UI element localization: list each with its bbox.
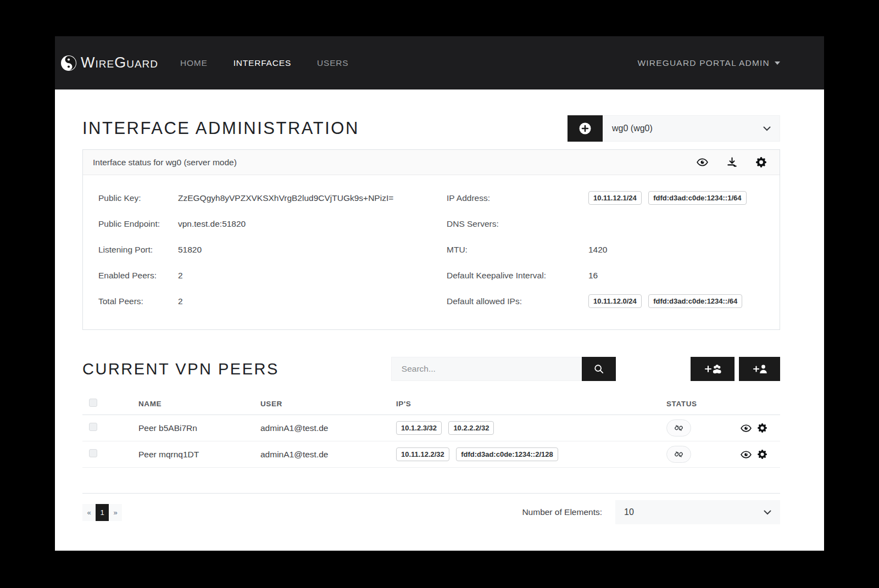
field-label: Total Peers: (98, 295, 178, 307)
peer-settings-button[interactable] (758, 423, 767, 433)
eye-icon (741, 450, 752, 459)
field-enabled-peers: Enabled Peers: 2 (98, 262, 418, 288)
navbar: WireGuard HOME INTERFACES USERS WIREGUAR… (55, 36, 824, 89)
page-size-value: 10 (624, 507, 634, 517)
page-size-group: Number of Elements: 10 (522, 500, 780, 524)
brand-name: WireGuard (81, 54, 158, 71)
card-body: Public Key: ZzEGQgyh8yVPZXVKSXhVrgB2lud9… (83, 175, 780, 329)
field-label: MTU: (447, 243, 588, 256)
field-value: 1420 (588, 245, 766, 255)
brand[interactable]: WireGuard (60, 54, 158, 71)
status-fields-right: IP Address: 10.11.12.1/24 fdfd:d3ad:c0de… (431, 185, 780, 314)
nav-links: HOME INTERFACES USERS (180, 58, 348, 68)
wireguard-logo-icon (60, 55, 77, 71)
gear-icon (758, 423, 767, 433)
field-value: vpn.test.de:51820 (178, 219, 418, 229)
gear-icon (756, 157, 766, 167)
pagination-page-1[interactable]: 1 (96, 504, 109, 521)
search-button[interactable] (582, 357, 616, 381)
ip-badge: fdfd:d3ad:c0de:1234::/64 (648, 294, 742, 308)
search-group (391, 357, 616, 381)
field-total-peers: Total Peers: 2 (98, 288, 418, 314)
nav-item-home[interactable]: HOME (180, 58, 208, 68)
peer-view-button[interactable] (741, 423, 752, 433)
peers-table: NAME USER IP'S STATUS Peer b5ABi7Rn admi… (82, 395, 780, 494)
ip-badge: 10.11.12.0/24 (588, 294, 642, 308)
interface-settings-button[interactable] (756, 157, 766, 167)
plus-circle-icon (578, 122, 592, 135)
peers-toolbar: CURRENT VPN PEERS (82, 357, 780, 381)
download-icon (727, 157, 737, 167)
ip-badge: 10.11.12.1/24 (588, 191, 642, 205)
status-badge (666, 446, 691, 463)
pagination-next[interactable]: » (109, 504, 122, 521)
field-value: 51820 (178, 245, 418, 255)
ip-badge: 10.11.12.2/32 (396, 447, 449, 461)
field-allowed-ips: Default allowed IPs: 10.11.12.0/24 fdfd:… (447, 288, 766, 314)
field-badges: 10.11.12.0/24 fdfd:d3ad:c0de:1234::/64 (588, 294, 766, 308)
nav-item-users[interactable]: USERS (317, 58, 348, 68)
field-badges: 10.11.12.1/24 fdfd:d3ad:c0de:1234::1/64 (588, 191, 766, 205)
peer-actions (691, 357, 780, 381)
field-value: 2 (178, 296, 418, 306)
add-interface-button[interactable] (568, 115, 603, 142)
pagination: « 1 » (82, 504, 122, 521)
status-badge (666, 419, 691, 436)
peer-ips: 10.11.12.2/32 fdfd:d3ad:c0de:1234::2/128 (396, 447, 666, 461)
download-config-button[interactable] (727, 157, 737, 167)
search-input[interactable] (391, 357, 582, 381)
col-header-user: USER (260, 400, 396, 408)
field-listening-port: Listening Port: 51820 (98, 237, 418, 262)
peer-name: Peer mqrnq1DT (138, 450, 260, 460)
link-slash-icon (674, 450, 683, 459)
peer-name: Peer b5ABi7Rn (138, 423, 260, 433)
row-checkbox[interactable] (89, 423, 97, 431)
col-header-name: NAME (138, 400, 260, 408)
table-bottom-divider (82, 468, 780, 494)
app-window: WireGuard HOME INTERFACES USERS WIREGUAR… (55, 36, 824, 551)
peer-user: adminA1@test.de (260, 450, 396, 460)
row-checkbox[interactable] (89, 449, 97, 457)
page-size-label: Number of Elements: (522, 507, 602, 517)
nav-item-interfaces[interactable]: INTERFACES (233, 58, 291, 68)
ip-badge: fdfd:d3ad:c0de:1234::1/64 (648, 191, 746, 205)
field-value: 16 (588, 271, 766, 281)
ip-badge: 10.1.2.3/32 (396, 421, 442, 435)
page-title: INTERFACE ADMINISTRATION (82, 119, 359, 138)
table-row: Peer mqrnq1DT adminA1@test.de 10.11.12.2… (82, 441, 780, 468)
field-ip-address: IP Address: 10.11.12.1/24 fdfd:d3ad:c0de… (447, 185, 766, 211)
select-all-checkbox[interactable] (89, 399, 97, 407)
eye-icon (741, 424, 752, 433)
list-footer: « 1 » Number of Elements: 10 (82, 495, 780, 524)
card-header: Interface status for wg0 (server mode) (83, 150, 780, 175)
field-label: Public Key: (98, 192, 178, 204)
field-value: 2 (178, 271, 418, 281)
chevron-down-icon (764, 510, 771, 515)
col-header-status: STATUS (666, 400, 741, 408)
main-content: INTERFACE ADMINISTRATION wg0 (wg0) (55, 89, 824, 551)
show-config-button[interactable] (697, 157, 708, 167)
table-header-row: NAME USER IP'S STATUS (82, 395, 780, 415)
field-label: IP Address: (447, 192, 588, 204)
add-peer-button[interactable] (739, 357, 780, 381)
field-label: DNS Servers: (447, 217, 588, 230)
peer-view-button[interactable] (741, 450, 752, 459)
peer-settings-button[interactable] (758, 450, 767, 459)
card-title: Interface status for wg0 (server mode) (93, 158, 237, 167)
interface-selector-group: wg0 (wg0) (568, 115, 780, 142)
field-public-key: Public Key: ZzEGQgyh8yVPZXVKSXhVrgB2lud9… (98, 185, 418, 211)
field-mtu: MTU: 1420 (447, 237, 766, 262)
field-dns-servers: DNS Servers: (447, 211, 766, 237)
interface-select[interactable]: wg0 (wg0) (603, 115, 780, 142)
caret-down-icon (775, 61, 780, 65)
page-size-select[interactable]: 10 (615, 500, 780, 524)
col-header-ips: IP'S (396, 400, 666, 408)
page-header: INTERFACE ADMINISTRATION wg0 (wg0) (82, 89, 780, 142)
user-menu-dropdown[interactable]: WIREGUARD PORTAL ADMIN (637, 58, 780, 68)
add-users-icon (703, 363, 722, 374)
eye-icon (697, 158, 708, 167)
pagination-prev[interactable]: « (82, 504, 96, 521)
status-fields-left: Public Key: ZzEGQgyh8yVPZXVKSXhVrgB2lud9… (83, 185, 431, 314)
gear-icon (758, 450, 767, 459)
add-multiple-peers-button[interactable] (691, 357, 735, 381)
